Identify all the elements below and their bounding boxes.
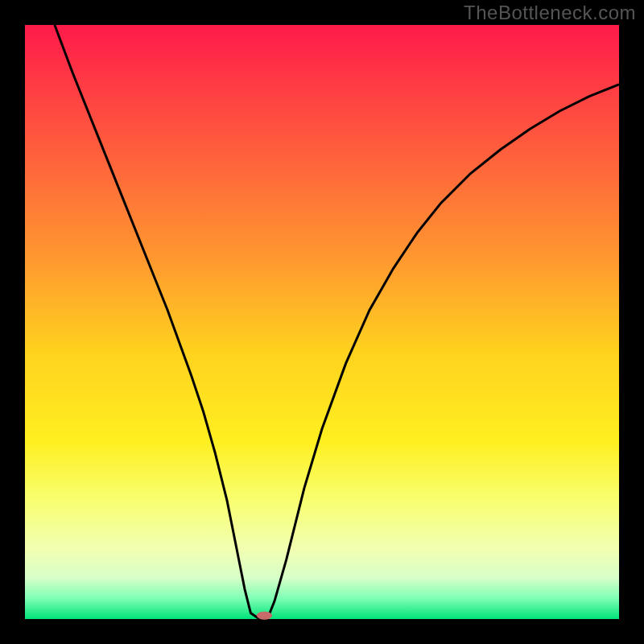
chart-container: TheBottleneck.com <box>0 0 644 644</box>
watermark-text: TheBottleneck.com <box>464 2 636 24</box>
plot-background <box>25 25 619 619</box>
bottleneck-chart <box>0 0 644 644</box>
optimum-marker <box>257 611 272 619</box>
